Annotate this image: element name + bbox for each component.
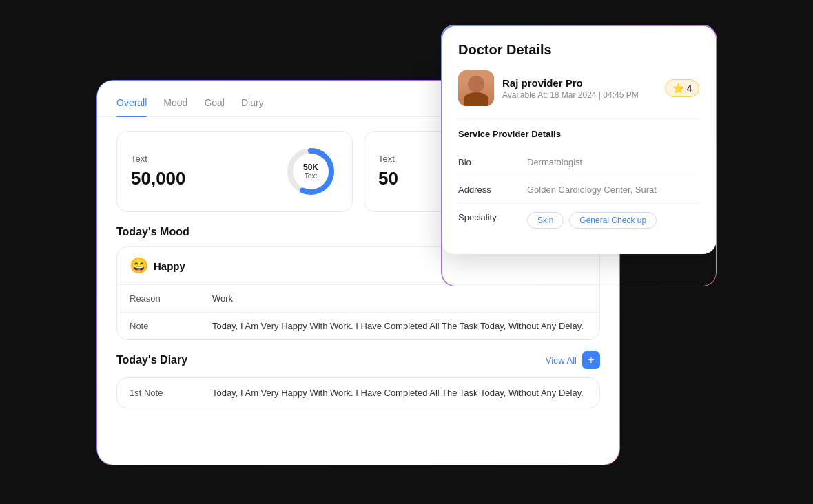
doctor-profile: Raj provider Pro Available At: 18 Mar 20… <box>458 70 699 106</box>
speciality-label: Speciality <box>458 212 527 222</box>
star-icon: ⭐ <box>672 83 684 94</box>
tab-overall[interactable]: Overall <box>116 97 147 116</box>
tab-diary[interactable]: Diary <box>241 97 264 116</box>
stat1-value: 50,000 <box>131 168 186 189</box>
tab-mood[interactable]: Mood <box>163 97 187 116</box>
tag-general-checkup[interactable]: General Check up <box>569 212 657 229</box>
mood-row-note: Note Today, I Am Very Happy With Work. I… <box>117 313 599 339</box>
rating-badge: ⭐ 4 <box>665 79 699 97</box>
stat2-label: Text <box>378 154 398 164</box>
doctor-card-title: Doctor Details <box>458 42 699 58</box>
rating-value: 4 <box>687 83 692 94</box>
mood-name: Happy <box>154 260 185 272</box>
detail-row-address: Address Golden Cardiology Center, Surat <box>458 176 699 204</box>
stat-card-1: Text 50,000 50K Text <box>116 131 353 212</box>
bio-label: Bio <box>458 157 527 167</box>
divider <box>458 118 699 119</box>
address-value: Golden Cardiology Center, Surat <box>527 185 657 195</box>
stat1-label: Text <box>131 154 186 164</box>
mood-reason-label: Reason <box>130 293 212 304</box>
doctor-availability: Available At: 18 Mar 2024 | 04:45 PM <box>502 90 657 100</box>
diary-header: Today's Diary View All + <box>97 340 619 377</box>
diary-row-1: 1st Note Today, I Am Very Happy With Wor… <box>117 378 599 408</box>
address-label: Address <box>458 185 527 195</box>
mood-reason-value: Work <box>212 293 233 304</box>
view-all-button[interactable]: View All <box>546 355 577 366</box>
service-section-title: Service Provider Details <box>458 129 699 139</box>
doctor-avatar <box>458 70 494 106</box>
donut-chart: 50K Text <box>283 144 338 199</box>
diary-actions: View All + <box>546 351 600 369</box>
stat2-value: 50 <box>378 168 398 189</box>
mood-note-value: Today, I Am Very Happy With Work. I Have… <box>212 321 584 331</box>
mood-emoji: 😄 <box>130 257 148 275</box>
bio-value: Dermatologist <box>527 157 582 167</box>
diary-card: 1st Note Today, I Am Very Happy With Wor… <box>116 377 600 408</box>
donut-label: Text <box>303 173 318 180</box>
mood-card: 😄 Happy Reason Work Note Today, I Am Ver… <box>116 246 600 340</box>
diary-note-label: 1st Note <box>130 388 212 398</box>
speciality-tags: Skin General Check up <box>527 212 657 229</box>
mood-note-label: Note <box>130 321 212 331</box>
doctor-name: Raj provider Pro <box>502 77 657 89</box>
donut-center: 50K Text <box>303 162 318 180</box>
mood-row-reason: Reason Work <box>117 285 599 313</box>
diary-section-title: Today's Diary <box>116 354 187 366</box>
doctor-details-card: Doctor Details Raj provider Pro Availabl… <box>441 25 717 254</box>
tab-goal[interactable]: Goal <box>204 97 225 116</box>
doctor-info: Raj provider Pro Available At: 18 Mar 20… <box>502 77 657 100</box>
detail-row-speciality: Speciality Skin General Check up <box>458 204 699 237</box>
diary-note-value: Today, I Am Very Happy With Work. I Have… <box>212 388 584 398</box>
tag-skin[interactable]: Skin <box>527 212 564 229</box>
detail-row-bio: Bio Dermatologist <box>458 149 699 176</box>
donut-value: 50K <box>303 162 318 172</box>
add-diary-button[interactable]: + <box>582 351 600 369</box>
